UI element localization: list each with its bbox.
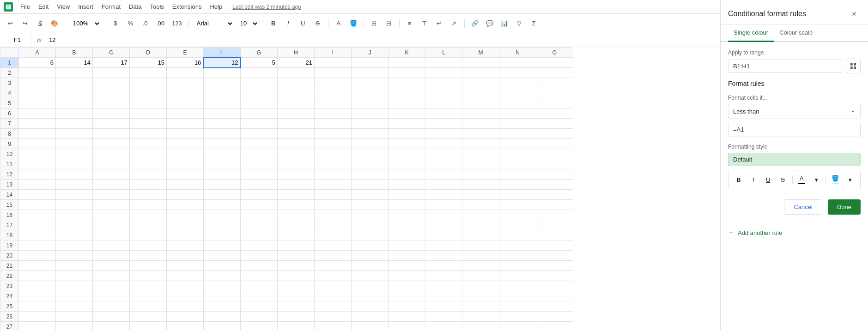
cell-B25[interactable] xyxy=(56,301,93,312)
cell-M21[interactable] xyxy=(462,261,499,271)
cell-D16[interactable] xyxy=(130,210,167,220)
cell-reference-input[interactable] xyxy=(4,35,31,45)
row-num-8[interactable]: 8 xyxy=(0,129,19,139)
menu-view[interactable]: View xyxy=(53,2,73,12)
row-num-21[interactable]: 21 xyxy=(0,261,19,271)
cell-D14[interactable] xyxy=(130,190,167,200)
cell-H6[interactable] xyxy=(278,108,315,119)
cell-O1[interactable] xyxy=(536,58,573,68)
cell-O25[interactable] xyxy=(536,301,573,312)
cell-I6[interactable] xyxy=(315,108,352,119)
cell-C26[interactable] xyxy=(93,312,130,322)
cell-N25[interactable] xyxy=(499,301,536,312)
row-num-23[interactable]: 23 xyxy=(0,281,19,291)
cell-K11[interactable] xyxy=(388,159,425,169)
cell-G2[interactable] xyxy=(241,68,278,78)
cell-N2[interactable] xyxy=(499,68,536,78)
cell-C12[interactable] xyxy=(93,169,130,180)
cell-C5[interactable] xyxy=(93,98,130,108)
cell-M20[interactable] xyxy=(462,251,499,261)
cell-G11[interactable] xyxy=(241,159,278,169)
bold-button[interactable]: B xyxy=(267,17,280,30)
cell-I21[interactable] xyxy=(315,261,352,271)
cell-K21[interactable] xyxy=(388,261,425,271)
cell-C6[interactable] xyxy=(93,108,130,119)
cell-D23[interactable] xyxy=(130,281,167,291)
cell-N5[interactable] xyxy=(499,98,536,108)
cell-C4[interactable] xyxy=(93,88,130,98)
cell-B26[interactable] xyxy=(56,312,93,322)
cell-L24[interactable] xyxy=(425,291,462,301)
cell-H24[interactable] xyxy=(278,291,315,301)
cell-A27[interactable] xyxy=(19,322,56,330)
cell-C9[interactable] xyxy=(93,139,130,149)
cell-B12[interactable] xyxy=(56,169,93,180)
cell-D4[interactable] xyxy=(130,88,167,98)
paint-format-button[interactable]: 🎨 xyxy=(48,17,61,30)
cell-J27[interactable] xyxy=(352,322,388,330)
cell-A13[interactable] xyxy=(19,180,56,190)
cell-K23[interactable] xyxy=(388,281,425,291)
cell-F14[interactable] xyxy=(204,190,241,200)
cell-H13[interactable] xyxy=(278,180,315,190)
menu-tools[interactable]: Tools xyxy=(146,2,167,12)
cell-D17[interactable] xyxy=(130,220,167,230)
cell-N9[interactable] xyxy=(499,139,536,149)
cell-L4[interactable] xyxy=(425,88,462,98)
cell-N11[interactable] xyxy=(499,159,536,169)
cell-O8[interactable] xyxy=(536,129,573,139)
cell-N26[interactable] xyxy=(499,312,536,322)
cell-I15[interactable] xyxy=(315,200,352,210)
style-text-color-button[interactable]: A xyxy=(795,173,808,186)
cell-K15[interactable] xyxy=(388,200,425,210)
cell-L6[interactable] xyxy=(425,108,462,119)
cell-D2[interactable] xyxy=(130,68,167,78)
cell-H22[interactable] xyxy=(278,271,315,281)
cell-B14[interactable] xyxy=(56,190,93,200)
cell-N1[interactable] xyxy=(499,58,536,68)
cell-K3[interactable] xyxy=(388,78,425,88)
cell-A10[interactable] xyxy=(19,149,56,159)
cell-E26[interactable] xyxy=(167,312,204,322)
cell-E27[interactable] xyxy=(167,322,204,330)
cell-D24[interactable] xyxy=(130,291,167,301)
row-num-13[interactable]: 13 xyxy=(0,180,19,190)
cell-D18[interactable] xyxy=(130,230,167,240)
cell-D19[interactable] xyxy=(130,240,167,251)
cell-H7[interactable] xyxy=(278,119,315,129)
cell-C11[interactable] xyxy=(93,159,130,169)
cell-I12[interactable] xyxy=(315,169,352,180)
cell-L9[interactable] xyxy=(425,139,462,149)
cell-F10[interactable] xyxy=(204,149,241,159)
cell-L19[interactable] xyxy=(425,240,462,251)
cell-G20[interactable] xyxy=(241,251,278,261)
cell-G15[interactable] xyxy=(241,200,278,210)
cell-C22[interactable] xyxy=(93,271,130,281)
cell-B24[interactable] xyxy=(56,291,93,301)
cell-F22[interactable] xyxy=(204,271,241,281)
print-button[interactable]: 🖨 xyxy=(33,17,46,30)
formula-input[interactable] xyxy=(47,36,716,43)
cell-O27[interactable] xyxy=(536,322,573,330)
cell-L25[interactable] xyxy=(425,301,462,312)
cell-D3[interactable] xyxy=(130,78,167,88)
cell-J22[interactable] xyxy=(352,271,388,281)
cell-C2[interactable] xyxy=(93,68,130,78)
cell-B4[interactable] xyxy=(56,88,93,98)
cell-C16[interactable] xyxy=(93,210,130,220)
cell-J6[interactable] xyxy=(352,108,388,119)
cell-B11[interactable] xyxy=(56,159,93,169)
cell-G19[interactable] xyxy=(241,240,278,251)
cell-F1[interactable]: 12 xyxy=(204,58,241,68)
wrap-button[interactable]: ↵ xyxy=(433,17,446,30)
cell-J12[interactable] xyxy=(352,169,388,180)
cell-B22[interactable] xyxy=(56,271,93,281)
cell-A19[interactable] xyxy=(19,240,56,251)
cell-D6[interactable] xyxy=(130,108,167,119)
cell-D5[interactable] xyxy=(130,98,167,108)
row-num-11[interactable]: 11 xyxy=(0,159,19,169)
cell-M10[interactable] xyxy=(462,149,499,159)
cell-C25[interactable] xyxy=(93,301,130,312)
cell-F20[interactable] xyxy=(204,251,241,261)
cell-F19[interactable] xyxy=(204,240,241,251)
